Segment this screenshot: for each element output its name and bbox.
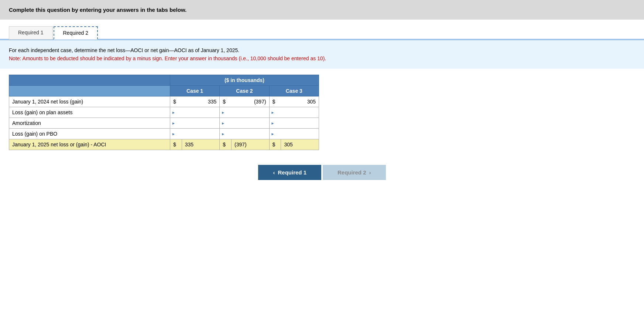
arrow-icon: ► [221,110,225,114]
header-empty [9,75,170,85]
row3-c3-input-cell[interactable]: ► [269,118,319,128]
row5-c3-dollar: $ [269,139,281,150]
instructions-main: For each independent case, determine the… [9,46,635,54]
row4-label: Loss (gain) on PBO [9,128,170,139]
prev-arrow-icon: ‹ [273,169,275,176]
tabs-area: Required 1 Required 2 [0,20,644,40]
header-case1: Case 1 [170,85,219,96]
arrow-icon: ► [271,121,275,125]
header-label-col [9,85,170,96]
top-banner: Complete this question by entering your … [0,0,644,20]
row1-c2-amount: (397) [232,96,270,107]
row1-c1-amount: 335 [182,96,220,107]
arrow-icon: ► [271,110,275,114]
row1-c2-dollar: $ [220,96,232,107]
row4-c1-input-cell[interactable]: ► [170,128,219,139]
table-row-total: January 1, 2025 net loss or (gain) - AOC… [9,139,319,150]
row1-c3-amount: 305 [281,96,319,107]
arrow-icon: ► [271,132,275,136]
next-label: Required 2 [338,169,366,176]
table-row: Loss (gain) on plan assets ► ► ► [9,107,319,118]
row3-c1-input-cell[interactable]: ► [170,118,219,128]
row4-c3-input-cell[interactable]: ► [269,128,319,139]
row4-c1-input[interactable] [172,131,217,137]
banner-text: Complete this question by entering your … [9,7,186,13]
row3-c2-input-cell[interactable]: ► [220,118,269,128]
row2-c3-input-cell[interactable]: ► [269,107,319,118]
row4-c2-input-cell[interactable]: ► [220,128,269,139]
header-thousands: ($ in thousands) [170,75,319,85]
instructions-note: Note: Amounts to be deducted should be i… [9,54,635,62]
row2-c3-input[interactable] [272,109,316,115]
row2-c1-input[interactable] [172,109,217,115]
row1-c1-dollar: $ [170,96,182,107]
header-case2: Case 2 [220,85,269,96]
row5-c1-amount: 335 [182,139,220,150]
nav-buttons: ‹ Required 1 Required 2 › [0,156,644,189]
prev-label: Required 1 [278,169,306,176]
row2-c2-input-cell[interactable]: ► [220,107,269,118]
row5-c1-dollar: $ [170,139,182,150]
row3-label: Amortization [9,118,170,128]
tab-required2[interactable]: Required 2 [54,26,98,40]
arrow-icon: ► [221,132,225,136]
table-header-row1: ($ in thousands) [9,75,319,85]
tab-required1[interactable]: Required 1 [9,26,53,40]
tab-required1-label: Required 1 [18,30,44,35]
row3-c3-input[interactable] [272,120,316,126]
arrow-icon: ► [172,121,175,125]
row5-c2-dollar: $ [220,139,232,150]
table-area: ($ in thousands) Case 1 Case 2 Case 3 Ja… [0,69,644,156]
data-table: ($ in thousands) Case 1 Case 2 Case 3 Ja… [9,75,319,150]
row2-c2-input[interactable] [222,109,267,115]
row5-c2-amount: (397) [232,139,270,150]
row5-label: January 1, 2025 net loss or (gain) - AOC… [9,139,170,150]
table-row: Amortization ► ► ► [9,118,319,128]
arrow-icon: ► [221,121,225,125]
row2-label: Loss (gain) on plan assets [9,107,170,118]
next-button[interactable]: Required 2 › [323,165,386,180]
tab-required2-label: Required 2 [63,30,89,36]
arrow-icon: ► [172,132,175,136]
row1-label: January 1, 2024 net loss (gain) [9,96,170,107]
table-header-row2: Case 1 Case 2 Case 3 [9,85,319,96]
arrow-icon: ► [172,110,175,114]
row1-c3-dollar: $ [269,96,281,107]
table-row: Loss (gain) on PBO ► ► ► [9,128,319,139]
row3-c1-input[interactable] [172,120,217,126]
row4-c3-input[interactable] [272,131,316,137]
header-case3: Case 3 [269,85,319,96]
row5-c3-amount: 305 [281,139,319,150]
table-row: January 1, 2024 net loss (gain) $ 335 $ … [9,96,319,107]
instructions-box: For each independent case, determine the… [0,40,644,69]
row4-c2-input[interactable] [222,131,267,137]
row3-c2-input[interactable] [222,120,267,126]
next-arrow-icon: › [369,169,371,176]
prev-button[interactable]: ‹ Required 1 [258,165,321,180]
row2-c1-input-cell[interactable]: ► [170,107,219,118]
